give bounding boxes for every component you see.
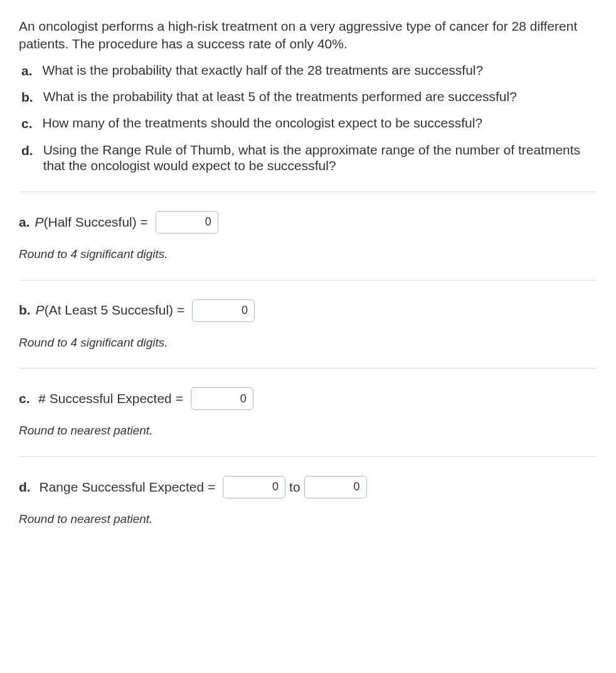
answer-label: # Successful Expected = — [35, 390, 187, 407]
answer-hint: Round to 4 significant digits. — [19, 335, 597, 351]
question-item-b: b. What is the probability that at least… — [19, 89, 597, 106]
range-to-label: to — [289, 478, 300, 496]
answer-hint: Round to 4 significant digits. — [19, 246, 597, 262]
answer-input-d-high[interactable] — [304, 476, 367, 498]
answer-block-d: d. Range Successful Expected = to Round … — [19, 476, 597, 527]
answer-lead: c. — [19, 390, 30, 407]
question-text: What is the probability that exactly hal… — [43, 62, 597, 78]
answer-lead: d. — [19, 478, 31, 496]
answer-hint: Round to nearest patient. — [19, 511, 597, 527]
answer-block-a: a. P(Half Succesful) = Round to 4 signif… — [19, 211, 597, 262]
answer-input-a[interactable] — [156, 211, 218, 234]
answer-lead: b. — [19, 301, 31, 319]
answer-hint: Round to nearest patient. — [19, 423, 597, 439]
divider — [19, 280, 597, 281]
answer-input-d-low[interactable] — [223, 476, 285, 498]
question-item-a: a. What is the probability that exactly … — [19, 62, 597, 80]
answer-block-c: c. # Successful Expected = Round to near… — [19, 387, 597, 439]
answer-input-c[interactable] — [191, 387, 253, 410]
question-text: How many of the treatments should the on… — [43, 115, 597, 131]
question-item-d: d. Using the Range Rule of Thumb, what i… — [19, 142, 597, 174]
answer-lead: a. — [19, 213, 30, 231]
answer-label: Range Successful Expected = — [36, 478, 219, 496]
question-marker: d. — [19, 142, 33, 159]
question-item-c: c. How many of the treatments should the… — [19, 115, 597, 132]
question-text: What is the probability that at least 5 … — [43, 89, 597, 105]
answer-block-b: b. P(At Least 5 Succesful) = Round to 4 … — [19, 299, 597, 351]
question-marker: c. — [19, 115, 33, 132]
question-list: a. What is the probability that exactly … — [19, 62, 597, 174]
question-marker: a. — [19, 62, 33, 80]
question-marker: b. — [19, 89, 33, 106]
answer-label: P(At Least 5 Succesful) = — [36, 301, 188, 319]
question-text: Using the Range Rule of Thumb, what is t… — [43, 142, 597, 174]
problem-intro: An oncologist performs a high-risk treat… — [19, 18, 597, 53]
answer-label: P(Half Succesful) = — [35, 213, 152, 231]
divider — [19, 456, 597, 457]
divider — [19, 368, 597, 369]
answer-input-b[interactable] — [192, 299, 255, 322]
divider — [19, 191, 597, 192]
